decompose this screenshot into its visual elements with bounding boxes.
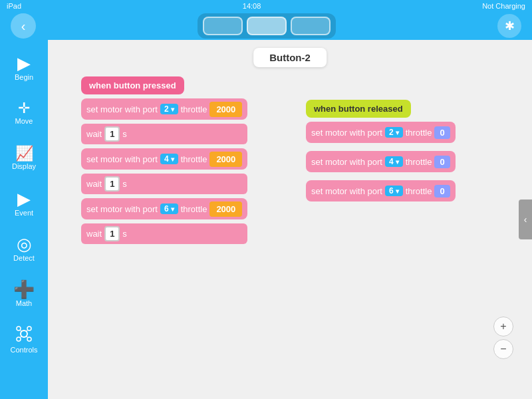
sidebar-label-math: Math bbox=[16, 299, 32, 307]
event-icon: ▶ bbox=[17, 190, 31, 207]
top-bar-left: ‹ bbox=[11, 13, 36, 39]
back-button[interactable]: ‹ bbox=[11, 13, 36, 39]
collapse-button[interactable]: ‹ bbox=[519, 200, 532, 239]
detect-icon: ◎ bbox=[17, 235, 32, 253]
wait-label-1: wait bbox=[86, 129, 102, 139]
tab-group bbox=[198, 13, 336, 39]
status-left: iPad bbox=[7, 2, 21, 10]
motor-block-r1[interactable]: set motor with port 2 ▾ throttle 0 bbox=[306, 122, 456, 143]
sidebar-item-controls[interactable]: Controls bbox=[3, 318, 45, 360]
sidebar-item-detect[interactable]: ◎ Detect bbox=[3, 227, 45, 270]
motor-text-2b: throttle bbox=[181, 154, 207, 164]
wait-value-2[interactable]: 1 bbox=[104, 176, 120, 192]
tab-2[interactable] bbox=[247, 17, 287, 35]
wait-label-2: wait bbox=[86, 179, 102, 189]
left-header[interactable]: when button pressed bbox=[81, 76, 184, 94]
wait-block-2[interactable]: wait 1 s bbox=[81, 174, 247, 194]
motor-text-3b: throttle bbox=[181, 204, 207, 214]
sidebar: ▶ Begin ✛ Move 📈 Display ▶ Event ◎ Detec… bbox=[0, 40, 48, 399]
value-badge-2[interactable]: 2000 bbox=[209, 152, 242, 167]
sidebar-label-begin: Begin bbox=[15, 73, 33, 81]
bluetooth-icon[interactable]: ✱ bbox=[497, 14, 521, 38]
motor-text-1a: set motor with port bbox=[86, 104, 158, 114]
motor-text-3a: set motor with port bbox=[86, 204, 158, 214]
wait-unit-2: s bbox=[122, 179, 127, 189]
motor-block-3[interactable]: set motor with port 6 ▾ throttle 2000 bbox=[81, 198, 247, 219]
zoom-out-icon: − bbox=[500, 343, 506, 355]
right-block-group: when button released set motor with port… bbox=[306, 100, 456, 205]
port-badge-r3[interactable]: 6 ▾ bbox=[385, 186, 403, 196]
motor-block-1[interactable]: set motor with port 2 ▾ throttle 2000 bbox=[81, 98, 247, 120]
move-icon: ✛ bbox=[18, 101, 30, 116]
sidebar-label-detect: Detect bbox=[13, 254, 35, 262]
zoom-in-button[interactable]: + bbox=[493, 317, 513, 336]
motor-text-r3b: throttle bbox=[406, 186, 432, 196]
zoom-in-icon: + bbox=[500, 321, 506, 332]
wait-value-3[interactable]: 1 bbox=[104, 226, 120, 241]
status-right: Not Charging bbox=[482, 2, 525, 10]
svg-point-4 bbox=[27, 337, 31, 341]
page-title[interactable]: Button-2 bbox=[253, 48, 327, 67]
port-badge-2[interactable]: 4 ▾ bbox=[160, 154, 178, 164]
port-badge-r1[interactable]: 2 ▾ bbox=[385, 127, 403, 138]
value-zero-r1[interactable]: 0 bbox=[434, 126, 450, 139]
motor-text-2a: set motor with port bbox=[86, 154, 158, 164]
motor-text-r3a: set motor with port bbox=[311, 186, 382, 196]
motor-text-r2b: throttle bbox=[406, 157, 432, 167]
sidebar-item-begin[interactable]: ▶ Begin bbox=[3, 47, 45, 89]
collapse-icon: ‹ bbox=[524, 214, 527, 225]
wait-block-1[interactable]: wait 1 s bbox=[81, 124, 247, 144]
value-badge-1[interactable]: 2000 bbox=[209, 102, 242, 117]
zoom-controls: + − bbox=[493, 317, 513, 359]
motor-text-r1b: throttle bbox=[406, 128, 432, 138]
value-zero-r2[interactable]: 0 bbox=[434, 156, 450, 168]
motor-text-1b: throttle bbox=[181, 104, 207, 114]
sidebar-label-event: Event bbox=[15, 209, 33, 217]
back-icon: ‹ bbox=[21, 19, 26, 34]
sidebar-item-display[interactable]: 📈 Display bbox=[3, 137, 45, 180]
motor-text-r2a: set motor with port bbox=[311, 157, 382, 167]
begin-icon: ▶ bbox=[17, 55, 31, 72]
status-bar: iPad 14:08 Not Charging bbox=[0, 0, 532, 12]
svg-point-1 bbox=[17, 327, 21, 331]
motor-text-r1a: set motor with port bbox=[311, 128, 382, 138]
value-zero-r3[interactable]: 0 bbox=[434, 185, 450, 198]
motor-block-r3[interactable]: set motor with port 6 ▾ throttle 0 bbox=[306, 180, 456, 201]
wait-unit-1: s bbox=[122, 129, 127, 139]
right-header[interactable]: when button released bbox=[306, 100, 411, 118]
sidebar-item-event[interactable]: ▶ Event bbox=[3, 182, 45, 225]
motor-block-r2[interactable]: set motor with port 4 ▾ throttle 0 bbox=[306, 151, 456, 172]
port-badge-1[interactable]: 2 ▾ bbox=[160, 104, 178, 114]
sidebar-label-display: Display bbox=[12, 162, 36, 170]
wait-block-3[interactable]: wait 1 s bbox=[81, 223, 247, 244]
controls-icon bbox=[15, 325, 33, 344]
port-badge-r2[interactable]: 4 ▾ bbox=[385, 156, 403, 167]
wait-unit-3: s bbox=[122, 229, 127, 239]
canvas: Button-2 when button pressed set motor w… bbox=[48, 40, 532, 399]
wait-value-1[interactable]: 1 bbox=[104, 126, 120, 142]
svg-point-2 bbox=[27, 327, 31, 331]
tab-1[interactable] bbox=[203, 17, 243, 35]
wait-label-3: wait bbox=[86, 229, 102, 239]
value-badge-3[interactable]: 2000 bbox=[209, 201, 242, 217]
left-block-group: when button pressed set motor with port … bbox=[81, 76, 247, 244]
motor-block-2[interactable]: set motor with port 4 ▾ throttle 2000 bbox=[81, 148, 247, 170]
port-badge-3[interactable]: 6 ▾ bbox=[160, 203, 178, 214]
sidebar-label-controls: Controls bbox=[11, 346, 38, 354]
sidebar-item-math[interactable]: ➕ Math bbox=[3, 273, 45, 315]
display-icon: 📈 bbox=[15, 146, 33, 161]
svg-point-3 bbox=[17, 337, 21, 341]
status-time: 14:08 bbox=[243, 2, 261, 10]
zoom-out-button[interactable]: − bbox=[493, 339, 513, 359]
math-icon: ➕ bbox=[13, 281, 35, 298]
sidebar-item-move[interactable]: ✛ Move bbox=[3, 92, 45, 134]
main-layout: ▶ Begin ✛ Move 📈 Display ▶ Event ◎ Detec… bbox=[0, 40, 532, 399]
sidebar-label-move: Move bbox=[15, 117, 33, 125]
tab-3[interactable] bbox=[291, 17, 331, 35]
